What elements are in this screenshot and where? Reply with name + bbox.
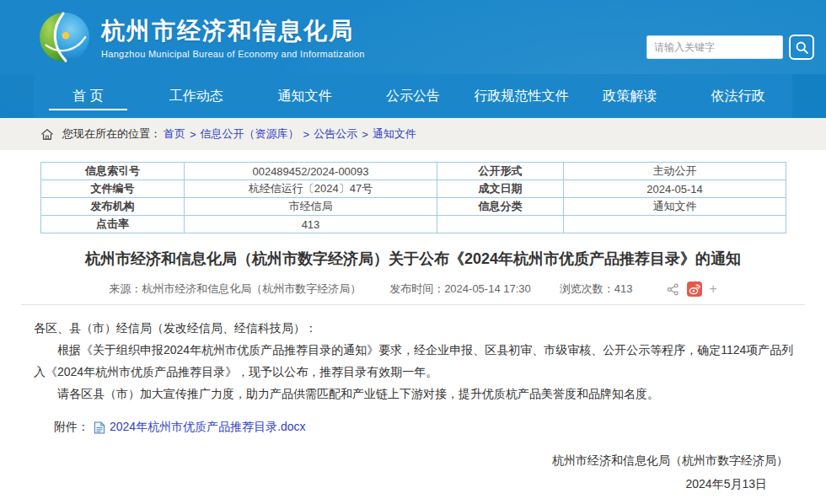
views-label: 浏览次数： xyxy=(560,282,614,295)
info-value-category: 通知文件 xyxy=(564,198,786,216)
nav-item-policy-interpretation[interactable]: 政策解读 xyxy=(576,74,684,118)
search-button[interactable] xyxy=(789,35,814,60)
paragraph-salutation: 各区、县（市）经信局（发改经信局、经信科技局）： xyxy=(34,317,801,339)
page: 杭州市经济和信息化局 Hangzhou Municipal Bureau of … xyxy=(0,0,826,504)
nav-item-regulatory-docs[interactable]: 行政规范性文件 xyxy=(467,74,576,118)
info-value-disclosure-form: 主动公开 xyxy=(564,163,786,180)
info-label-issuing-agency: 发布机构 xyxy=(41,198,185,216)
info-value-index-number: 002489452/2024-00093 xyxy=(185,163,437,180)
article-meta: 来源：杭州市经济和信息化局（杭州市数字经济局） 发布时间：2024-05-14 … xyxy=(0,281,826,297)
breadcrumb-link-home[interactable]: 首页 xyxy=(164,126,185,142)
info-value-document-number: 杭经信运行〔2024〕47号 xyxy=(185,180,437,198)
info-label-disclosure-form: 公开形式 xyxy=(437,163,564,180)
weibo-icon[interactable] xyxy=(687,281,702,297)
word-document-icon xyxy=(94,421,105,434)
article-source: 来源：杭州市经济和信息化局（杭州市数字经济局） xyxy=(109,281,361,297)
article-publish-time: 发布时间：2024-05-14 17:30 xyxy=(389,281,531,297)
breadcrumb-separator: > xyxy=(362,128,368,141)
nav-item-notices[interactable]: 通知文件 xyxy=(250,74,359,118)
search-bar xyxy=(646,35,814,60)
info-label-document-number: 文件编号 xyxy=(41,180,185,198)
main-content: 信息索引号 002489452/2024-00093 公开形式 主动公开 文件编… xyxy=(0,162,826,492)
main-navigation: 首 页 工作动态 通知文件 公示公告 行政规范性文件 政策解读 依法行政 xyxy=(0,74,826,118)
breadcrumb-link-notices[interactable]: 通知文件 xyxy=(373,126,416,142)
brand-text: 杭州市经济和信息化局 Hangzhou Municipal Bureau of … xyxy=(101,15,365,59)
breadcrumb-prefix: 您现在所在的位置： xyxy=(62,126,161,142)
site-subtitle: Hangzhou Municipal Bureau of Economy and… xyxy=(101,49,365,59)
divider xyxy=(21,304,805,305)
article-body: 各区、县（市）经信局（发改经信局、经信科技局）： 根据《关于组织申报2024年杭… xyxy=(34,317,801,405)
source-value: 杭州市经济和信息化局（杭州市数字经济局） xyxy=(142,282,361,295)
share-icons: + xyxy=(667,281,717,297)
info-label-click-count: 点击率 xyxy=(41,216,185,233)
breadcrumb-link-announcements[interactable]: 公告公示 xyxy=(314,126,357,142)
info-label-empty xyxy=(437,216,564,233)
breadcrumb-separator: > xyxy=(190,128,196,141)
attachment-link[interactable]: 2024年杭州市优质产品推荐目录.docx xyxy=(110,420,306,435)
info-value-click-count: 413 xyxy=(185,216,437,233)
source-label: 来源： xyxy=(109,282,142,295)
site-header: 杭州市经济和信息化局 Hangzhou Municipal Bureau of … xyxy=(0,0,826,74)
table-row: 信息索引号 002489452/2024-00093 公开形式 主动公开 xyxy=(41,163,786,180)
views-value: 413 xyxy=(614,282,633,295)
document-info-table: 信息索引号 002489452/2024-00093 公开形式 主动公开 文件编… xyxy=(40,162,786,233)
search-input[interactable] xyxy=(646,35,783,59)
paragraph-request: 请各区县（市）加大宣传推广力度，助力产品供需匹配和产业链上下游对接，提升优质杭产… xyxy=(34,383,801,405)
nav-item-home[interactable]: 首 页 xyxy=(34,74,142,118)
publish-value: 2024-05-14 17:30 xyxy=(444,282,531,295)
publish-label: 发布时间： xyxy=(389,282,444,295)
article-title: 杭州市经济和信息化局（杭州市数字经济局）关于公布《2024年杭州市优质产品推荐目… xyxy=(25,249,801,269)
share-icon[interactable] xyxy=(667,283,679,296)
breadcrumb: 您现在所在的位置： 首页 > 信息公开（资源库） > 公告公示 > 通知文件 xyxy=(0,118,826,150)
nav-item-work-news[interactable]: 工作动态 xyxy=(142,74,251,118)
site-title: 杭州市经济和信息化局 xyxy=(101,15,365,47)
bureau-logo-icon xyxy=(39,11,91,63)
breadcrumb-separator: > xyxy=(303,128,310,141)
paragraph-main: 根据《关于组织申报2024年杭州市优质产品推荐目录的通知》要求，经企业申报、区县… xyxy=(34,339,801,383)
site-brand: 杭州市经济和信息化局 Hangzhou Municipal Bureau of … xyxy=(39,11,365,63)
nav-item-announcements[interactable]: 公示公告 xyxy=(359,74,468,118)
attachment-label: 附件： xyxy=(54,420,89,435)
search-icon xyxy=(795,40,809,55)
breadcrumb-link-info-disclosure[interactable]: 信息公开（资源库） xyxy=(201,126,299,142)
nav-inner: 首 页 工作动态 通知文件 公示公告 行政规范性文件 政策解读 依法行政 xyxy=(34,74,792,118)
article-view-count: 浏览次数：413 xyxy=(560,281,633,297)
home-icon[interactable] xyxy=(40,128,54,141)
signature-block: 杭州市经济和信息化局（杭州市数字经济局） 2024年5月13日 xyxy=(0,453,826,492)
more-share-icon[interactable]: + xyxy=(710,282,717,296)
signature-organization: 杭州市经济和信息化局（杭州市数字经济局） xyxy=(0,453,826,469)
info-value-issue-date: 2024-05-14 xyxy=(564,180,786,198)
info-value-empty xyxy=(564,216,786,233)
attachment-row: 附件： 2024年杭州市优质产品推荐目录.docx xyxy=(54,420,826,435)
table-row: 发布机构 市经信局 信息分类 通知文件 xyxy=(41,198,786,216)
info-label-category: 信息分类 xyxy=(437,198,564,216)
info-value-issuing-agency: 市经信局 xyxy=(185,198,437,216)
info-label-index-number: 信息索引号 xyxy=(41,163,185,180)
signature-date: 2024年5月13日 xyxy=(0,477,826,492)
info-label-issue-date: 成文日期 xyxy=(437,180,564,198)
nav-item-law-based-admin[interactable]: 依法行政 xyxy=(684,74,792,118)
table-row: 文件编号 杭经信运行〔2024〕47号 成文日期 2024-05-14 xyxy=(41,180,786,198)
table-row: 点击率 413 xyxy=(41,216,786,233)
